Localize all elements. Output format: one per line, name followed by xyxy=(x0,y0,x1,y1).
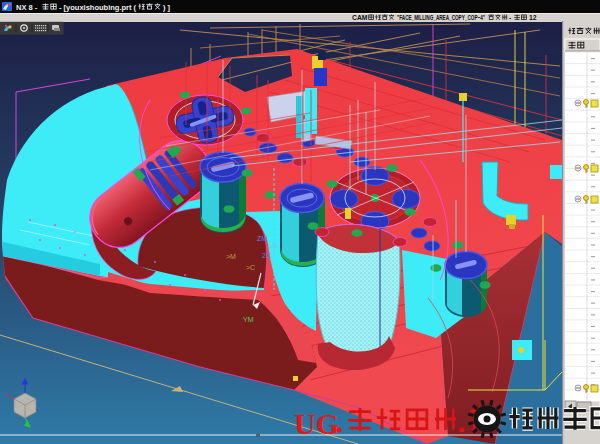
svg-text:>C: >C xyxy=(246,264,255,271)
svg-text:-: - xyxy=(509,14,511,21)
svg-text:CAM: CAM xyxy=(352,14,368,21)
svg-text:- [youxishoubing.prt (: - [youxishoubing.prt ( xyxy=(59,3,137,12)
svg-text:) ]: ) ] xyxy=(163,3,171,12)
svg-text:>M: >M xyxy=(226,253,236,260)
svg-text:UG: UG xyxy=(294,407,339,440)
svg-text:2C: 2C xyxy=(262,252,271,259)
svg-text:12: 12 xyxy=(529,14,537,21)
svg-text:NX 8 -: NX 8 - xyxy=(16,3,38,12)
svg-text:YM: YM xyxy=(243,316,254,323)
svg-text:"FACE_MILLING_AREA_COPY_COP~4": "FACE_MILLING_AREA_COPY_COP~4" xyxy=(397,14,485,21)
svg-text:ZM: ZM xyxy=(257,235,267,242)
